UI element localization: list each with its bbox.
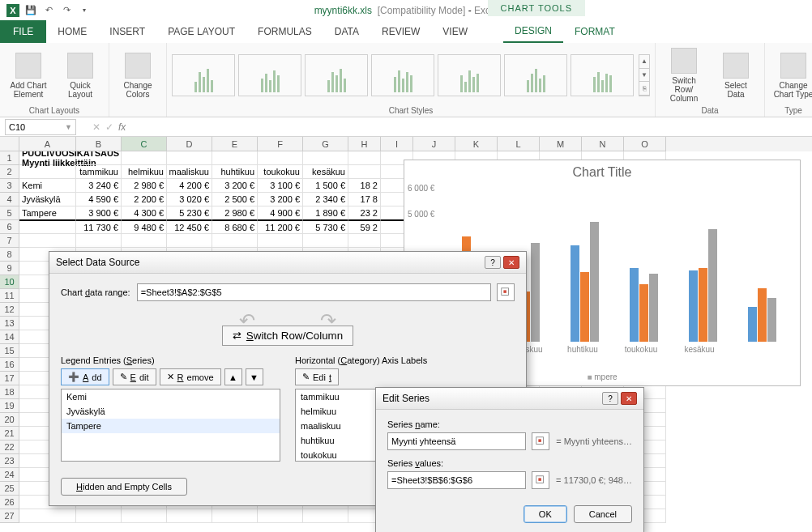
column-header[interactable]: A — [19, 137, 76, 151]
column-header[interactable]: L — [498, 137, 540, 151]
tab-view[interactable]: VIEW — [431, 20, 479, 43]
row-header[interactable]: 22 — [0, 440, 19, 454]
cell[interactable]: 2 340 € — [303, 193, 348, 206]
chart-style-thumb[interactable] — [172, 54, 235, 96]
row-header[interactable]: 8 — [0, 248, 19, 262]
cell[interactable]: Jyväskylä — [19, 193, 76, 206]
bar[interactable] — [758, 288, 767, 342]
chart-style-thumb[interactable] — [305, 54, 368, 96]
cell[interactable] — [122, 509, 167, 523]
help-icon[interactable]: ? — [485, 256, 501, 269]
row-header[interactable]: 13 — [0, 317, 19, 330]
cell[interactable]: 23 2 — [348, 206, 381, 220]
bar[interactable] — [708, 229, 717, 342]
bar-group[interactable] — [614, 222, 673, 342]
column-header[interactable]: D — [167, 137, 212, 151]
edit-series-button[interactable]: ✎ Edit — [113, 368, 156, 385]
range-picker-icon[interactable] — [532, 432, 549, 450]
row-header[interactable]: 10 — [0, 275, 19, 289]
cell[interactable] — [348, 151, 381, 165]
fx-icon[interactable]: fx — [118, 121, 126, 133]
cancel-button[interactable]: Cancel — [574, 505, 632, 523]
cell[interactable]: 3 900 € — [76, 206, 122, 220]
bar-group[interactable] — [555, 222, 613, 342]
row-header[interactable]: 25 — [0, 482, 19, 496]
cell[interactable] — [76, 509, 122, 523]
row-header[interactable]: 26 — [0, 496, 19, 509]
row-header[interactable]: 4 — [0, 193, 19, 206]
bar[interactable] — [639, 284, 648, 342]
column-header[interactable]: K — [455, 137, 498, 151]
cell[interactable]: kesäkuu — [303, 165, 348, 179]
chevron-down-icon[interactable]: ▼ — [65, 123, 72, 131]
cell[interactable]: 1 890 € — [303, 206, 348, 220]
row-header[interactable]: 12 — [0, 303, 19, 317]
formula-input[interactable] — [126, 119, 812, 135]
column-header[interactable]: I — [381, 137, 413, 151]
row-header[interactable]: 20 — [0, 413, 19, 427]
select-data-button[interactable]: Select Data — [712, 51, 759, 100]
tab-data[interactable]: DATA — [323, 20, 370, 43]
cell[interactable] — [212, 509, 258, 523]
bar[interactable] — [590, 222, 599, 342]
save-icon[interactable]: 💾 — [24, 4, 37, 17]
cell[interactable]: 4 200 € — [167, 179, 212, 193]
bar[interactable] — [767, 298, 776, 342]
tab-home[interactable]: HOME — [46, 20, 98, 43]
cell[interactable]: Kemi — [19, 179, 76, 193]
series-listbox[interactable]: KemiJyväskyläTampere — [61, 389, 280, 462]
row-header[interactable]: 14 — [0, 330, 19, 344]
cell[interactable]: 3 100 € — [258, 179, 303, 193]
chevron-down-icon[interactable]: ▼ — [639, 69, 649, 83]
move-up-icon[interactable]: ▲ — [224, 368, 242, 385]
dialog-titlebar[interactable]: Select Data Source ? ✕ — [49, 252, 526, 274]
expand-gallery-icon[interactable]: ⎘ — [639, 82, 649, 96]
chart-data-range-input[interactable] — [137, 283, 491, 301]
tab-file[interactable]: FILE — [0, 20, 46, 43]
chart-style-thumb[interactable] — [571, 54, 634, 96]
cell[interactable] — [19, 165, 76, 179]
tab-page-layout[interactable]: PAGE LAYOUT — [156, 20, 246, 43]
chart-title[interactable]: Chart Title — [404, 165, 800, 180]
cell[interactable]: 11 200 € — [258, 220, 303, 234]
row-header[interactable]: 11 — [0, 289, 19, 303]
column-header[interactable]: O — [624, 137, 666, 151]
add-series-button[interactable]: ➕ Add — [61, 368, 109, 385]
bar[interactable] — [649, 274, 658, 342]
tab-insert[interactable]: INSERT — [98, 20, 156, 43]
chart-style-thumb[interactable] — [504, 54, 567, 96]
column-header[interactable]: M — [540, 137, 582, 151]
row-header[interactable]: 17 — [0, 372, 19, 385]
help-icon[interactable]: ? — [602, 392, 618, 405]
column-header[interactable]: H — [348, 137, 381, 151]
cell[interactable] — [348, 234, 381, 248]
column-header[interactable]: J — [413, 137, 455, 151]
cell[interactable]: maaliskuu — [167, 165, 212, 179]
cell[interactable]: 2 980 € — [212, 206, 258, 220]
quick-layout-button[interactable]: Quick Layout — [57, 51, 104, 100]
close-icon[interactable]: ✕ — [503, 256, 519, 269]
cell[interactable]: 1 500 € — [303, 179, 348, 193]
list-item[interactable]: Jyväskylä — [62, 404, 280, 419]
column-header[interactable]: F — [258, 137, 303, 151]
cell[interactable] — [258, 234, 303, 248]
row-header[interactable]: 21 — [0, 427, 19, 440]
cell[interactable] — [303, 151, 348, 165]
cell[interactable]: helmikuu — [122, 165, 167, 179]
cell[interactable] — [122, 151, 167, 165]
row-header[interactable]: 15 — [0, 344, 19, 358]
cell[interactable]: 8 680 € — [212, 220, 258, 234]
chart-style-thumb[interactable] — [371, 54, 434, 96]
range-picker-icon[interactable] — [532, 471, 549, 489]
row-header[interactable]: 7 — [0, 234, 19, 248]
cell[interactable]: 5 730 € — [303, 220, 348, 234]
switch-row-column-button[interactable]: Switch Row/ Column — [660, 46, 707, 104]
bar[interactable] — [699, 268, 707, 342]
bar[interactable] — [748, 307, 757, 342]
chevron-up-icon[interactable]: ▲ — [639, 55, 649, 69]
hidden-empty-cells-button[interactable]: Hidden and Empty Cells — [61, 478, 187, 496]
row-header[interactable]: 3 — [0, 179, 19, 193]
cell[interactable] — [76, 151, 122, 165]
move-down-icon[interactable]: ▼ — [246, 368, 263, 385]
remove-series-button[interactable]: ✕ Remove — [160, 368, 221, 385]
